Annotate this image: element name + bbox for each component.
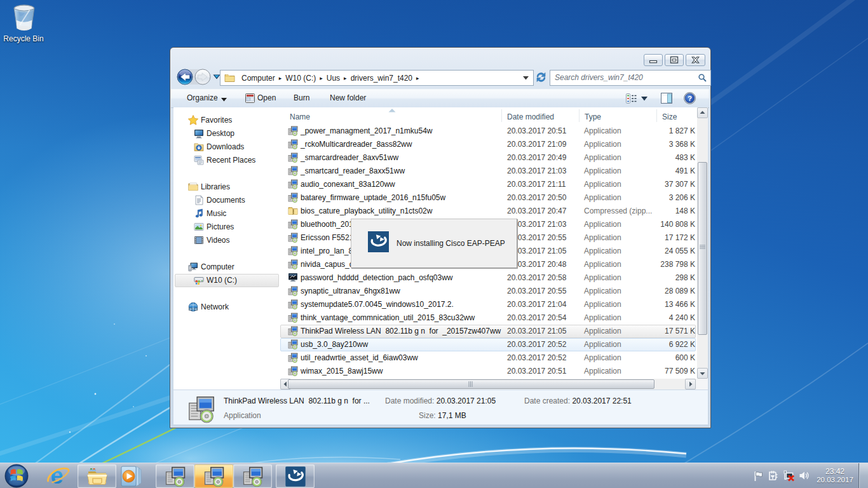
svg-text:?: ?	[688, 95, 692, 102]
